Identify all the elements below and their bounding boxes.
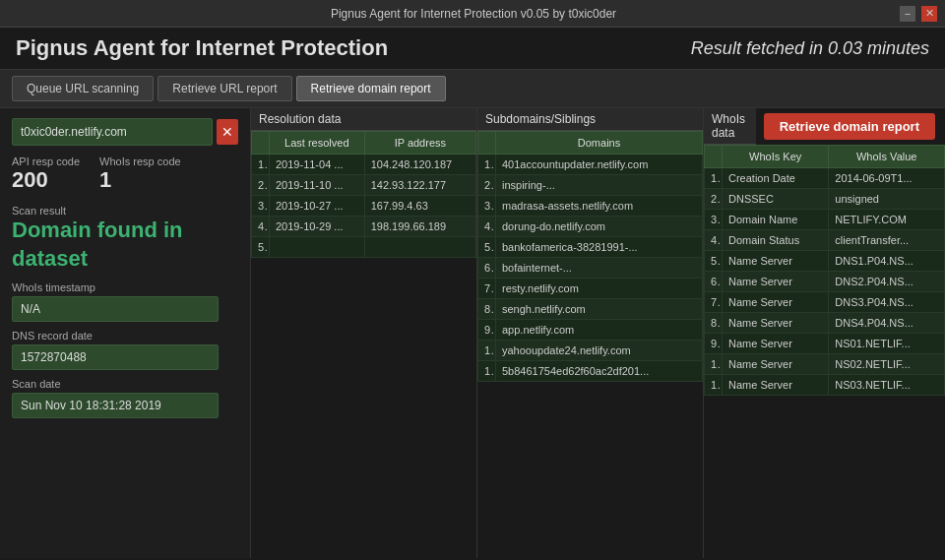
subdomains-panel: Subdomains/Siblings Domains 1 401account…	[477, 108, 704, 558]
table-row: 1 401accountupdater.netlify.com	[478, 155, 703, 175]
scan-date-value: Sun Nov 10 18:31:28 2019	[12, 393, 219, 418]
table-row: 3 madrasa-assets.netlify.com	[478, 196, 703, 217]
app-header: Pignus Agent for Internet Protection Res…	[0, 28, 945, 70]
whois-value-cell: NS02.NETLIF...	[829, 354, 945, 375]
ip-address-cell: 142.93.122.177	[364, 175, 475, 196]
row-number: 2	[478, 175, 496, 196]
row-number: 7	[705, 292, 723, 313]
row-number: 5	[252, 237, 270, 258]
whois-value-cell: NS03.NETLIF...	[829, 375, 945, 396]
resolution-panel: Resolution data Last resolved IP address…	[251, 108, 477, 558]
domain-cell: app.netlify.com	[496, 320, 703, 341]
row-number: 8	[705, 313, 723, 334]
table-row: 8 Name Server DNS4.P04.NS...	[705, 313, 945, 334]
domain-cell: bankofamerica-38281991-...	[496, 237, 703, 258]
subdomains-table: Domains 1 401accountupdater.netlify.com …	[477, 131, 703, 382]
api-resp-code-label: API resp code	[12, 156, 80, 167]
whois-key-cell: Name Server	[723, 251, 829, 272]
table-row: 10 yahooupdate24.netlify.com	[478, 341, 703, 361]
table-row: 2 DNSSEC unsigned	[705, 189, 945, 210]
tab-retrieve-url[interactable]: Retrieve URL report	[158, 76, 291, 101]
whois-key-cell: Creation Date	[723, 168, 829, 189]
title-bar: Pignus Agent for Internet Protection v0.…	[0, 0, 945, 28]
table-row: 4 Domain Status clientTransfer...	[705, 230, 945, 251]
row-number: 2	[252, 175, 270, 196]
tab-queue-url[interactable]: Queue URL scanning	[12, 76, 154, 101]
whois-scroll[interactable]: WhoIs Key WhoIs Value 1 Creation Date 20…	[704, 145, 945, 558]
table-row: 2 inspiring-...	[478, 175, 703, 196]
whois-timestamp-group: WhoIs timestamp N/A	[12, 281, 238, 322]
row-number: 3	[252, 196, 270, 217]
ip-address-cell	[364, 237, 475, 258]
table-row: 3 2019-10-27 ... 167.99.4.63	[252, 196, 476, 217]
nav-tabs: Queue URL scanning Retrieve URL report R…	[0, 70, 945, 108]
row-number: 8	[478, 299, 496, 320]
table-row: 6 Name Server DNS2.P04.NS...	[705, 272, 945, 292]
whois-value-cell: 2014-06-09T1...	[829, 168, 945, 189]
last-resolved-cell: 2019-10-29 ...	[270, 217, 365, 237]
clear-button[interactable]: ✕	[217, 119, 238, 145]
whois-resp-code-label: WhoIs resp code	[99, 156, 181, 167]
whois-col-value: WhoIs Value	[829, 146, 945, 168]
table-row: 5 Name Server DNS1.P04.NS...	[705, 251, 945, 272]
whois-key-cell: Name Server	[723, 354, 829, 375]
row-number: 1	[252, 155, 270, 175]
domain-cell: 401accountupdater.netlify.com	[496, 155, 703, 175]
whois-key-cell: Domain Status	[723, 230, 829, 251]
domain-cell: resty.netlify.com	[496, 279, 703, 299]
sub-col-domains: Domains	[496, 132, 703, 155]
row-number: 3	[705, 210, 723, 230]
scan-date-label: Scan date	[12, 378, 238, 390]
table-row: 5 bankofamerica-38281991-...	[478, 237, 703, 258]
row-number: 11	[478, 361, 496, 382]
ip-address-cell: 198.199.66.189	[364, 217, 475, 237]
scan-date-group: Scan date Sun Nov 10 18:31:28 2019	[12, 378, 238, 418]
whois-value-cell: NETLIFY.COM	[829, 210, 945, 230]
whois-col-key: WhoIs Key	[723, 146, 829, 168]
table-row: 9 app.netlify.com	[478, 320, 703, 341]
row-number: 9	[705, 334, 723, 354]
result-text: Result fetched in 0.03 minutes	[691, 38, 929, 59]
row-number: 5	[478, 237, 496, 258]
ip-address-cell: 104.248.120.187	[364, 155, 475, 175]
sub-col-num	[478, 132, 496, 155]
table-row: 7 Name Server DNS3.P04.NS...	[705, 292, 945, 313]
row-number: 9	[478, 320, 496, 341]
whois-value-cell: DNS4.P04.NS...	[829, 313, 945, 334]
main-content: ✕ API resp code 200 WhoIs resp code 1 Sc…	[0, 108, 945, 558]
table-row: 5	[252, 237, 476, 258]
left-panel: ✕ API resp code 200 WhoIs resp code 1 Sc…	[0, 108, 251, 558]
domain-cell: bofainternet-...	[496, 258, 703, 279]
api-resp-code-group: API resp code 200	[12, 156, 80, 193]
whois-panel: WhoIs data Retrieve domain report WhoIs …	[704, 108, 945, 558]
tab-retrieve-domain[interactable]: Retrieve domain report	[296, 76, 446, 101]
last-resolved-cell: 2019-11-04 ...	[270, 155, 365, 175]
right-panels: Resolution data Last resolved IP address…	[251, 108, 945, 558]
row-number: 1	[478, 155, 496, 175]
row-number: 6	[478, 258, 496, 279]
row-number: 10	[705, 354, 723, 375]
resolution-scroll[interactable]: Last resolved IP address 1 2019-11-04 ..…	[251, 131, 476, 558]
row-number: 6	[705, 272, 723, 292]
title-bar-text: Pignus Agent for Internet Protection v0.…	[47, 7, 900, 21]
table-row: 3 Domain Name NETLIFY.COM	[705, 210, 945, 230]
last-resolved-cell: 2019-11-10 ...	[270, 175, 365, 196]
table-row: 2 2019-11-10 ... 142.93.122.177	[252, 175, 476, 196]
row-number: 4	[705, 230, 723, 251]
dns-record-date-label: DNS record date	[12, 330, 238, 342]
domain-cell: dorung-do.netlify.com	[496, 217, 703, 237]
subdomains-scroll[interactable]: Domains 1 401accountupdater.netlify.com …	[477, 131, 703, 558]
domain-search-input[interactable]	[12, 118, 213, 146]
domain-cell: yahooupdate24.netlify.com	[496, 341, 703, 361]
row-number: 3	[478, 196, 496, 217]
row-number: 1	[705, 168, 723, 189]
whois-value-cell: DNS3.P04.NS...	[829, 292, 945, 313]
retrieve-domain-button[interactable]: Retrieve domain report	[764, 113, 935, 140]
whois-key-cell: Name Server	[723, 292, 829, 313]
table-row: 9 Name Server NS01.NETLIF...	[705, 334, 945, 354]
last-resolved-cell	[270, 237, 365, 258]
close-button[interactable]: ✕	[921, 6, 937, 22]
table-row: 8 sengh.netlify.com	[478, 299, 703, 320]
table-row: 11 Name Server NS03.NETLIF...	[705, 375, 945, 396]
minimize-button[interactable]: −	[900, 6, 915, 22]
